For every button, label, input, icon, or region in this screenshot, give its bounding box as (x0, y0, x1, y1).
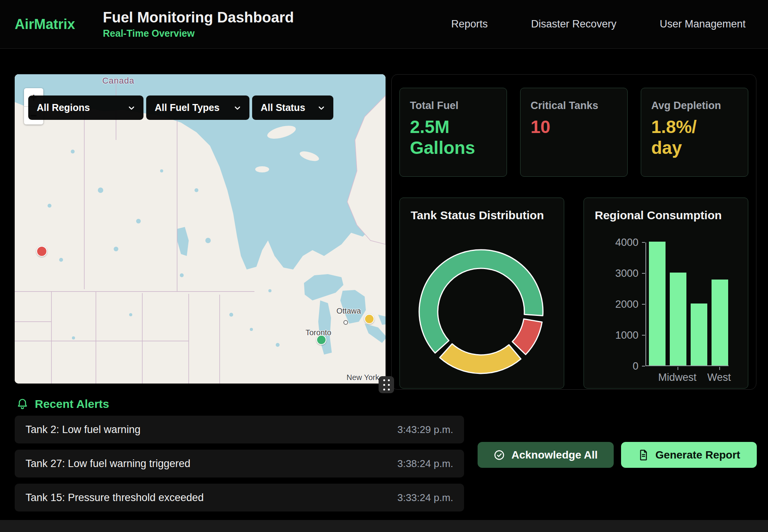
stat-label: Avg Depletion (651, 100, 738, 112)
bar-0 (649, 242, 666, 365)
page-title: Fuel Monitoring Dashboard (103, 9, 294, 26)
alert-text: Tank 15: Pressure threshold exceeded (26, 492, 204, 504)
stat-value: 1.8%/ day (651, 116, 738, 159)
stats-row: Total Fuel 2.5M Gallons Critical Tanks 1… (399, 88, 748, 177)
nav-user-management[interactable]: User Management (660, 18, 746, 30)
y-axis-tick (642, 335, 645, 336)
x-axis-tick-label: West (707, 372, 731, 384)
charts-row: Tank Status Distribution Regional Consum… (399, 198, 748, 389)
alert-time: 3:43:29 p.m. (397, 424, 453, 436)
title-block: Fuel Monitoring Dashboard Real-Time Over… (103, 9, 294, 39)
alert-row[interactable]: Tank 27: Low fuel warning triggered 3:38… (15, 450, 464, 477)
alert-text: Tank 27: Low fuel warning triggered (26, 458, 190, 470)
tank-status-chart-card: Tank Status Distribution (399, 198, 564, 389)
tank-status-donut-chart (400, 222, 563, 380)
main-nav: Reports Disaster Recovery User Managemen… (451, 18, 768, 30)
map-resize-handle[interactable] (379, 376, 394, 393)
x-axis-tick-label: Midwest (658, 372, 696, 384)
map-city-newyork: New York (346, 373, 379, 382)
map-canvas[interactable] (15, 74, 386, 384)
dashboard-right-panel: Total Fuel 2.5M Gallons Critical Tanks 1… (391, 74, 756, 390)
tank-marker-warning[interactable] (364, 314, 374, 324)
footer-bar (0, 520, 768, 532)
region-filter-value: All Regions (37, 102, 90, 113)
generate-report-button[interactable]: Generate Report (621, 442, 757, 468)
map-city-ottawa: Ottawa (336, 307, 361, 315)
tank-marker-critical[interactable] (36, 246, 47, 257)
y-axis-tick-label: 1000 (584, 329, 638, 341)
status-filter-value: All Status (261, 102, 305, 113)
acknowledge-all-label: Acknowledge All (511, 449, 597, 461)
generate-report-label: Generate Report (655, 449, 740, 461)
stat-label: Total Fuel (410, 100, 497, 112)
fuel-type-filter-value: All Fuel Types (155, 102, 220, 113)
chevron-down-icon (318, 104, 325, 111)
acknowledge-all-button[interactable]: Acknowledge All (478, 442, 614, 468)
y-axis-tick (642, 242, 645, 243)
alert-time: 3:33:24 p.m. (397, 492, 453, 504)
regional-consumption-chart-card: Regional Consumption 01000200030004000Mi… (584, 198, 748, 389)
y-axis-tick (642, 273, 645, 274)
chevron-down-icon (128, 104, 135, 111)
fuel-type-filter-select[interactable]: All Fuel Types (146, 95, 249, 120)
ottawa-town-icon (343, 320, 348, 325)
alert-row[interactable]: Tank 2: Low fuel warning 3:43:29 p.m. (15, 416, 464, 443)
stat-card-avg-depletion: Avg Depletion 1.8%/ day (641, 88, 748, 177)
y-axis-tick-label: 3000 (584, 268, 638, 280)
x-axis-tick (719, 367, 720, 370)
chart-title: Tank Status Distribution (411, 209, 553, 222)
donut-segment-critical (512, 319, 542, 355)
y-axis-tick-label: 0 (584, 360, 638, 372)
y-axis-tick-label: 4000 (584, 237, 638, 249)
bar-2 (691, 304, 707, 365)
recent-alerts-header: Recent Alerts (16, 397, 109, 411)
check-circle-icon (493, 449, 505, 461)
chevron-down-icon (234, 104, 241, 111)
alert-row[interactable]: Tank 15: Pressure threshold exceeded 3:3… (15, 484, 464, 512)
status-filter-select[interactable]: All Status (252, 95, 333, 120)
page-subtitle: Real-Time Overview (103, 28, 294, 39)
nav-disaster-recovery[interactable]: Disaster Recovery (531, 18, 616, 30)
stat-value: 2.5M Gallons (410, 116, 497, 159)
y-axis-tick-label: 2000 (584, 298, 638, 310)
bar-3 (712, 280, 728, 365)
y-axis-tick (642, 304, 645, 305)
stat-card-total-fuel: Total Fuel 2.5M Gallons (399, 88, 507, 177)
bell-icon (16, 397, 29, 411)
alert-text: Tank 2: Low fuel warning (26, 424, 140, 436)
stat-label: Critical Tanks (531, 100, 617, 112)
alert-time: 3:38:24 p.m. (397, 458, 453, 470)
bar-1 (670, 273, 686, 365)
y-axis-tick (642, 366, 645, 367)
x-axis-tick (678, 367, 678, 370)
recent-alerts-title: Recent Alerts (35, 397, 109, 411)
nav-reports[interactable]: Reports (451, 18, 488, 30)
stat-value: 10 (531, 116, 617, 137)
app-header: AirMatrix Fuel Monitoring Dashboard Real… (0, 0, 768, 49)
tank-marker-normal[interactable] (316, 335, 326, 345)
map-panel: Canada Ottawa Toronto New York + − All R… (15, 74, 386, 384)
map-country-label: Canada (95, 76, 142, 86)
donut-segment-warning (440, 344, 521, 373)
stat-card-critical-tanks: Critical Tanks 10 (520, 88, 628, 177)
document-icon (638, 449, 649, 461)
bar-plot-area (645, 242, 729, 366)
brand-logo: AirMatrix (15, 16, 75, 32)
regional-consumption-bar-chart: 01000200030004000MidwestWest (584, 198, 748, 388)
map-filters: All Regions All Fuel Types All Status (28, 95, 333, 120)
region-filter-select[interactable]: All Regions (28, 95, 143, 120)
